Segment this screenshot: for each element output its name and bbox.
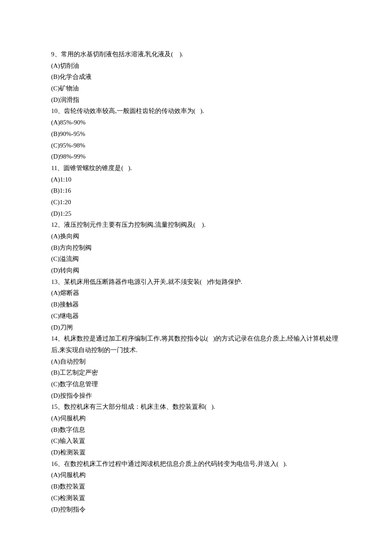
question-option: (D)控制指令 bbox=[51, 504, 341, 515]
question-prompt: 15、数控机床有三大部分组成：机床主体、数控装置和( ). bbox=[51, 401, 341, 413]
question-prompt: 16、在数控机床工作过程中通过阅读机把信息介质上的代码转变为电信号,并送入( )… bbox=[51, 458, 341, 470]
question-option: (A)伺服机构 bbox=[51, 469, 341, 481]
question-option: (A)换向阀 bbox=[51, 231, 341, 242]
question-option: (A)伺服机构 bbox=[51, 413, 341, 424]
question-option: (A)熔断器 bbox=[51, 287, 341, 299]
question-option: (D)98%-99% bbox=[51, 151, 341, 162]
question-prompt: 14、机床数控是通过加工程序编制工作,将其数控指令以( )的方式记录在信息介质上… bbox=[51, 333, 341, 356]
question-prompt: 9、常用的水基切削液包括水溶液,乳化液及( ). bbox=[51, 49, 341, 60]
question-option: (D)检测装置 bbox=[51, 447, 341, 458]
question-option: (D)1:25 bbox=[51, 208, 341, 220]
question-option: (B)90%-95% bbox=[51, 128, 341, 140]
question-option: (D)润滑指 bbox=[51, 94, 341, 106]
question-option: (D)转向阀 bbox=[51, 265, 341, 276]
question-option: (B)工艺制定严密 bbox=[51, 367, 341, 379]
question-prompt: 13、某机床用低压断路器作电源引入开关,就不须安装( )作短路保护. bbox=[51, 276, 341, 288]
question-option: (B)数控装置 bbox=[51, 481, 341, 492]
question-option: (C)输入装置 bbox=[51, 435, 341, 447]
question-option: (A)切削油 bbox=[51, 60, 341, 72]
question-option: (B)接触器 bbox=[51, 299, 341, 310]
question-option: (C)检测装置 bbox=[51, 492, 341, 504]
question-prompt: 10、齿轮传动效率较高,一般圆柱齿轮的传动效率为( ). bbox=[51, 105, 341, 117]
question-option: (B)数字信息 bbox=[51, 424, 341, 436]
question-option: (C)继电器 bbox=[51, 310, 341, 322]
question-option: (D)按指令操作 bbox=[51, 390, 341, 402]
page-content: 9、常用的水基切削液包括水溶液,乳化液及( ). (A)切削油 (B)化学合成液… bbox=[0, 0, 392, 555]
question-option: (C)矿物油 bbox=[51, 83, 341, 94]
question-option: (A)1:10 bbox=[51, 174, 341, 185]
question-option: (B)化学合成液 bbox=[51, 71, 341, 83]
question-option: (B)方向控制阀 bbox=[51, 242, 341, 254]
question-option: (B)1:16 bbox=[51, 185, 341, 197]
question-option: (C)溢流阀 bbox=[51, 253, 341, 265]
question-option: (D)刀闸 bbox=[51, 322, 341, 333]
question-option: (C)1:20 bbox=[51, 197, 341, 208]
question-prompt: 12、液压控制元件主要有压力控制阀,流量控制阀及( ). bbox=[51, 219, 341, 231]
question-option: (A)自动控制 bbox=[51, 356, 341, 367]
question-option: (C)95%-98% bbox=[51, 140, 341, 151]
question-option: (C)数字信息管理 bbox=[51, 379, 341, 390]
question-prompt: 11、圆锥管螺纹的锥度是( ). bbox=[51, 162, 341, 174]
question-option: (A)85%-90% bbox=[51, 117, 341, 128]
